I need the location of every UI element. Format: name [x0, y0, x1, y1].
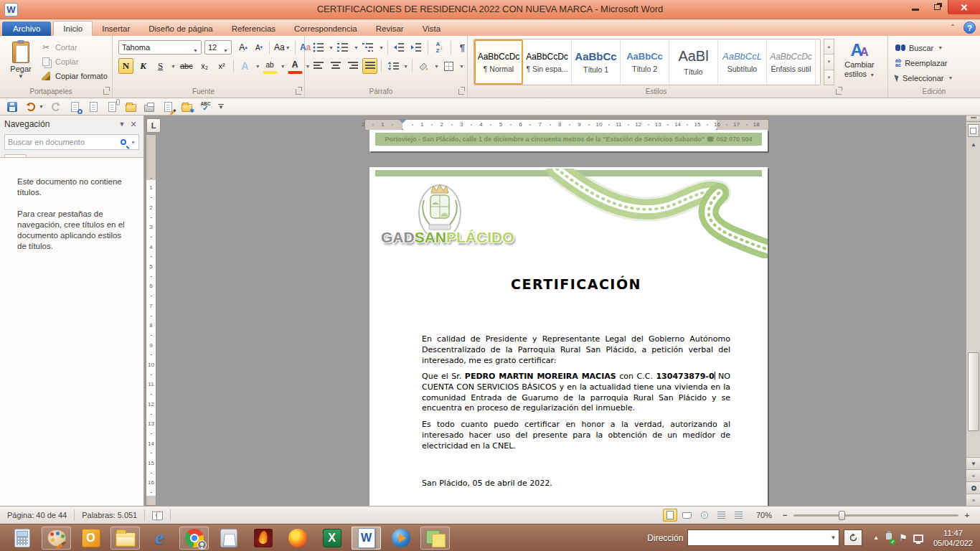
taskbar-excel-icon[interactable]: X: [317, 527, 347, 550]
scroll-up-arrow[interactable]: ▲: [966, 139, 980, 150]
font-color-button[interactable]: A: [288, 58, 303, 74]
copy-button[interactable]: Copiar: [40, 55, 112, 69]
change-case-button[interactable]: Aa▼: [273, 40, 292, 55]
text-effects-button[interactable]: A: [237, 58, 253, 74]
vertical-ruler[interactable]: 12345678910111213141516: [146, 134, 156, 506]
taskbar-clock[interactable]: 11:47 05/04/2022: [933, 528, 973, 548]
align-right-button[interactable]: [345, 58, 360, 74]
page-indicator[interactable]: Página: 40 de 44: [0, 509, 74, 522]
split-window-handle[interactable]: [966, 117, 980, 122]
taskbar-firefox-icon[interactable]: [283, 527, 312, 550]
taskbar-calculator-icon[interactable]: [7, 527, 37, 550]
redo-icon[interactable]: [50, 100, 62, 113]
taskbar-media-player-icon[interactable]: [386, 527, 415, 550]
numbering-button[interactable]: [336, 39, 351, 55]
line-spacing-button[interactable]: [385, 58, 400, 74]
navigation-pane-close-icon[interactable]: ✕: [128, 120, 139, 129]
ruler-toggle-button[interactable]: [968, 124, 979, 137]
search-input[interactable]: [8, 138, 121, 146]
attachment-icon[interactable]: [106, 100, 118, 113]
qat-more-commands-icon[interactable]: ▼: [218, 104, 224, 110]
styles-scroll-up[interactable]: ▲: [824, 39, 834, 55]
restore-button[interactable]: [926, 0, 948, 14]
search-options-caret[interactable]: ▼: [131, 140, 136, 145]
font-size-combobox[interactable]: 12▼: [204, 40, 232, 55]
taskbar-outlook-icon[interactable]: O: [76, 527, 105, 550]
style-heading1[interactable]: AaBbCc Título 1: [572, 39, 621, 85]
clipboard-dialog-launcher[interactable]: [103, 89, 109, 95]
word-count[interactable]: Palabras: 5.051: [75, 509, 144, 522]
close-button[interactable]: ✕: [948, 0, 980, 14]
styles-scroll-down[interactable]: ▼: [824, 55, 834, 70]
tab-correspondencia[interactable]: Correspondencia: [285, 22, 367, 36]
align-left-button[interactable]: [311, 58, 326, 74]
previous-page-button[interactable]: «: [966, 469, 980, 481]
underline-caret[interactable]: ▼: [171, 64, 176, 69]
folder-special-icon[interactable]: ✱: [181, 100, 193, 113]
underline-button[interactable]: S: [153, 58, 168, 74]
minimize-button[interactable]: [905, 0, 926, 14]
decrease-indent-button[interactable]: [392, 39, 407, 55]
undo-icon[interactable]: [24, 100, 37, 113]
tab-diseno[interactable]: Diseño de página: [139, 22, 222, 36]
replace-button[interactable]: abac Reemplazar: [895, 56, 947, 70]
tab-referencias[interactable]: Referencias: [222, 22, 285, 36]
cut-button[interactable]: ✂ Cortar: [40, 40, 112, 55]
borders-button[interactable]: [441, 58, 456, 74]
strikethrough-button[interactable]: abc: [178, 58, 195, 74]
search-icon[interactable]: [121, 139, 126, 145]
increase-indent-button[interactable]: [409, 39, 424, 55]
address-input-field[interactable]: [688, 534, 827, 542]
style-subtle-emphasis[interactable]: AaBbCcDc Énfasis sutil: [767, 39, 816, 85]
document-page[interactable]: GADSANPLÁCIDO CERTIFICACIÓN En calidad d…: [369, 167, 768, 506]
tab-stop-selector[interactable]: L: [146, 118, 161, 133]
align-center-button[interactable]: [328, 58, 343, 74]
tab-revisar[interactable]: Revisar: [367, 22, 413, 36]
usb-tray-icon[interactable]: ✓: [885, 533, 893, 543]
tab-vista[interactable]: Vista: [413, 22, 450, 36]
tab-archivo[interactable]: Archivo: [2, 22, 51, 36]
style-title[interactable]: AaBl Título: [669, 39, 718, 85]
paste-button[interactable]: Pegar ▼: [5, 39, 37, 88]
open-folder-icon[interactable]: [125, 100, 137, 113]
network-tray-icon[interactable]: [913, 534, 923, 542]
scrollbar-thumb[interactable]: [968, 352, 979, 431]
print-preview-icon[interactable]: [69, 100, 81, 113]
highlight-button[interactable]: ab: [263, 58, 278, 74]
style-normal[interactable]: AaBbCcDc ¶ Normal: [474, 39, 523, 85]
zoom-level[interactable]: 70%: [756, 511, 772, 519]
tab-insertar[interactable]: Insertar: [93, 22, 139, 36]
change-styles-button[interactable]: AA Cambiarestilos ▼: [839, 39, 880, 86]
styles-dialog-launcher[interactable]: [836, 89, 842, 95]
print-icon[interactable]: [143, 100, 156, 113]
scroll-down-arrow[interactable]: ▼: [966, 457, 980, 469]
spelling-status-icon[interactable]: ✗: [145, 509, 170, 522]
taskbar-file-explorer-icon[interactable]: [110, 527, 140, 550]
subscript-button[interactable]: x₂: [197, 58, 212, 74]
save-icon[interactable]: [6, 100, 18, 113]
style-heading2[interactable]: AaBbCc Título 2: [621, 39, 669, 85]
outline-view-button[interactable]: [715, 509, 729, 522]
print-layout-view-button[interactable]: [663, 509, 677, 522]
find-button[interactable]: Buscar▼: [895, 41, 943, 55]
select-browse-object-button[interactable]: [966, 481, 980, 494]
sort-button[interactable]: AZ↓: [432, 39, 447, 55]
zoom-out-button[interactable]: −: [779, 511, 791, 519]
previous-page-bottom[interactable]: Portoviejo - San Plácido, calle 1 de dic…: [369, 130, 768, 151]
action-center-flag-icon[interactable]: ⚑: [899, 532, 908, 543]
superscript-button[interactable]: x²: [215, 58, 230, 74]
document-search-box[interactable]: ▼: [4, 134, 139, 150]
paragraph-dialog-launcher[interactable]: [458, 89, 464, 95]
grow-font-button[interactable]: A: [236, 40, 250, 55]
font-dialog-launcher[interactable]: [296, 89, 301, 95]
styles-gallery-expand[interactable]: ▼: [824, 70, 834, 85]
tab-inicio[interactable]: Inicio: [53, 21, 93, 36]
shading-button[interactable]: [416, 58, 431, 74]
taskbar-nero-icon[interactable]: [248, 527, 278, 550]
taskbar-chrome-icon[interactable]: [179, 527, 209, 550]
italic-button[interactable]: K: [136, 58, 151, 74]
taskbar-camscanner-icon[interactable]: [214, 527, 243, 550]
web-layout-view-button[interactable]: [697, 509, 712, 522]
shrink-font-button[interactable]: A: [252, 40, 266, 55]
style-no-spacing[interactable]: AaBbCcDc ¶ Sin espa...: [523, 39, 572, 85]
